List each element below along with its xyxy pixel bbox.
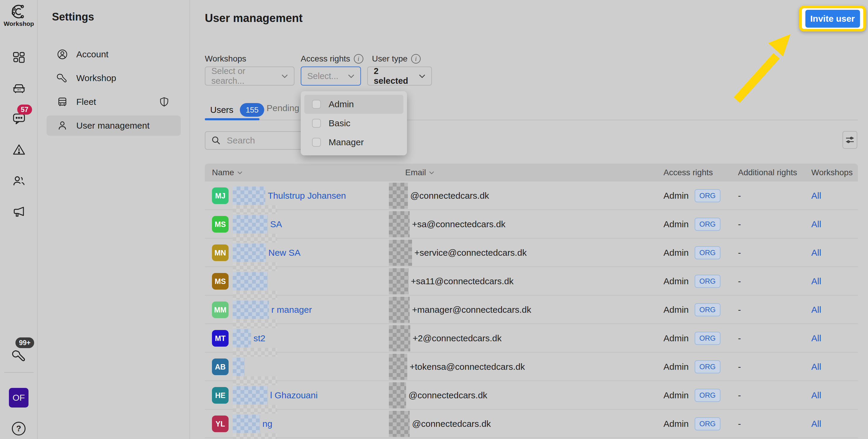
user-email: +sa11@connectedcars.dk [411,276,514,286]
additional-rights-value: - [738,210,741,238]
org-badge: ORG [695,360,720,373]
campaigns-icon[interactable] [12,205,26,219]
user-type-info-icon[interactable] [411,54,421,64]
column-header-access-rights: Access rights [663,164,713,181]
settings-sidebar: Settings Account Workshop Fleet [38,0,190,439]
wrench-icon [57,72,68,84]
redacted-name-block [233,300,269,319]
customers-icon[interactable] [12,174,26,188]
shield-icon [159,96,169,107]
workshops-link[interactable]: All [811,390,821,400]
access-rights-select-value: Select... [307,71,343,81]
user-name-link[interactable]: st2 [253,333,266,343]
tab-users-label: Users [210,105,233,115]
access-rights-select[interactable]: Select... [301,66,361,86]
table-row: HE l Ghazouani @connectedcars.dk AdminOR… [205,381,858,410]
user-name-link[interactable]: ng [262,419,272,429]
users-table: Name Email Access rights Additional righ… [205,164,858,439]
redacted-name-block [233,243,266,262]
org-badge: ORG [695,246,720,259]
tab-users[interactable]: Users 155 [210,103,264,117]
org-badge: ORG [695,218,720,231]
checkbox-manager[interactable] [312,138,321,147]
dropdown-option-manager[interactable]: Manager [304,133,403,152]
alerts-icon[interactable] [12,143,26,156]
user-icon [57,120,68,131]
workshops-link[interactable]: All [811,333,821,343]
checkbox-basic[interactable] [312,119,321,128]
access-rights-value: Admin [663,362,689,372]
workshops-link[interactable]: All [811,248,821,258]
avatar: MN [212,244,228,261]
support-count-badge: 99+ [16,338,34,348]
workshops-link[interactable]: All [811,219,821,229]
avatar: MM [212,301,228,318]
access-rights-filter-label: Access rights [301,54,350,64]
access-rights-value: Admin [663,390,689,400]
redacted-email-block [389,411,410,437]
column-settings-button[interactable] [842,131,857,149]
redacted-name-block [233,358,245,376]
workshops-select-value: Select or search... [211,66,277,86]
table-header: Name Email Access rights Additional righ… [205,164,858,181]
avatar: YL [212,415,228,432]
user-name-link[interactable]: New SA [268,248,301,258]
avatar: MS [212,216,228,233]
avatar: MT [212,330,228,347]
sliders-icon [845,135,855,145]
table-row: MS +sa11@connectedcars.dk AdminORG - All [205,267,858,296]
support-icon[interactable] [12,348,26,362]
sidebar-item-user-management[interactable]: User management [46,116,181,136]
dropdown-option-label: Basic [329,118,350,128]
column-header-name[interactable]: Name [212,164,243,181]
additional-rights-value: - [738,381,741,410]
active-tab-underline [205,118,259,120]
table-row: MJ Thulstrup Johansen @connectedcars.dk … [205,181,858,210]
workshops-link[interactable]: All [811,191,821,201]
dropdown-option-label: Admin [329,99,354,109]
help-icon[interactable] [12,422,26,435]
redacted-name-block [233,215,268,233]
column-header-email[interactable]: Email [405,164,434,181]
redacted-email-block [389,183,408,209]
redaction-fragment [233,405,277,414]
app-logo: Workshop [0,4,38,27]
org-badge: ORG [695,275,720,288]
redacted-name-block [233,186,266,205]
workshops-link[interactable]: All [811,276,821,286]
additional-rights-value: - [738,324,741,353]
tab-pending-label: Pending i [267,103,304,113]
user-type-select-value: 2 selected [374,66,414,86]
invite-user-button[interactable]: Invite user [805,10,860,28]
workshops-link[interactable]: All [811,419,821,429]
redaction-fragment [233,433,277,439]
sidebar-item-fleet[interactable]: Fleet [46,92,181,112]
workshops-link[interactable]: All [811,362,821,372]
vehicles-icon[interactable] [12,82,26,95]
redaction-fragment [233,376,277,385]
workshops-link[interactable]: All [811,305,821,315]
user-email: @connectedcars.dk [412,419,491,429]
user-name-link[interactable]: Thulstrup Johansen [268,191,346,201]
sidebar-item-account[interactable]: Account [46,44,181,64]
invite-user-highlight: Invite user [799,6,866,31]
org-badge: ORG [695,389,720,402]
user-name-link[interactable]: l Ghazouani [270,390,318,400]
user-type-select[interactable]: 2 selected [367,66,432,86]
dashboard-icon[interactable] [12,51,26,64]
redaction-fragment [233,319,277,328]
access-rights-info-icon[interactable] [354,54,363,64]
workshops-select[interactable]: Select or search... [205,66,294,86]
search-icon [211,136,221,145]
profile-avatar[interactable]: OF [9,388,29,408]
user-name-link[interactable]: r manager [271,305,312,315]
dropdown-option-admin[interactable]: Admin [304,95,403,114]
user-email: @connectedcars.dk [410,191,489,201]
table-row: AB +tokensa@connectedcars.dk AdminORG - … [205,353,858,381]
sidebar-item-workshop[interactable]: Workshop [46,68,181,88]
checkbox-admin[interactable] [312,100,321,109]
redacted-email-block [389,297,410,323]
user-name-link[interactable]: SA [270,219,282,229]
dropdown-option-basic[interactable]: Basic [304,114,403,133]
tab-pending-invitations[interactable]: Pending i [267,103,304,113]
